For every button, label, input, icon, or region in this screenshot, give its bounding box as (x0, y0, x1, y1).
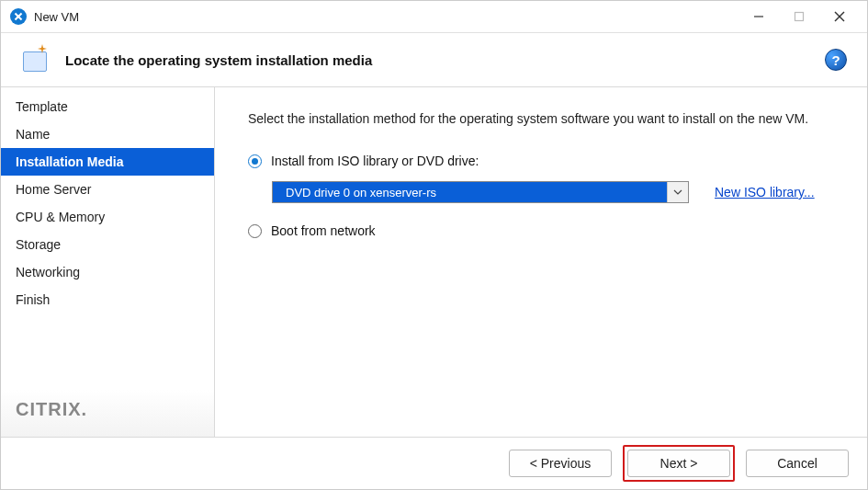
new-vm-wizard-window: New VM Locate the operating system insta… (0, 0, 868, 490)
sidebar-item-label: Networking (16, 265, 80, 279)
wizard-footer: < Previous Next > Cancel (1, 437, 867, 489)
svg-rect-1 (795, 13, 804, 21)
sidebar-item-networking[interactable]: Networking (1, 258, 214, 286)
sidebar-item-label: CPU & Memory (16, 210, 105, 224)
sidebar-item-storage[interactable]: Storage (1, 231, 214, 258)
iso-source-dropdown[interactable]: DVD drive 0 on xenserver-rs (272, 181, 689, 203)
sidebar-item-label: Home Server (16, 182, 91, 197)
cancel-button[interactable]: Cancel (746, 450, 849, 477)
close-button[interactable] (819, 4, 860, 29)
sidebar-item-label: Template (16, 99, 68, 114)
minimize-button[interactable] (738, 4, 779, 29)
sidebar-item-label: Finish (16, 292, 50, 307)
sidebar-item-label: Storage (16, 237, 61, 252)
wizard-steps-sidebar: Template Name Installation Media Home Se… (1, 87, 215, 437)
citrix-brand-logo: CITRIX. (1, 390, 214, 437)
installation-media-icon (21, 46, 49, 74)
wizard-body: Template Name Installation Media Home Se… (1, 87, 867, 437)
sidebar-item-installation-media[interactable]: Installation Media (1, 148, 214, 176)
option-install-from-iso[interactable]: Install from ISO library or DVD drive: (248, 154, 840, 168)
instruction-text: Select the installation method for the o… (248, 111, 840, 126)
sidebar-item-name[interactable]: Name (1, 120, 214, 148)
help-icon[interactable]: ? (825, 49, 847, 71)
page-title: Locate the operating system installation… (65, 52, 372, 68)
next-button[interactable]: Next > (627, 450, 730, 477)
sidebar-item-home-server[interactable]: Home Server (1, 176, 214, 203)
next-button-highlight: Next > (623, 445, 735, 482)
sidebar-item-cpu-memory[interactable]: CPU & Memory (1, 203, 214, 231)
option-boot-from-network[interactable]: Boot from network (248, 223, 840, 238)
chevron-down-icon (667, 182, 688, 202)
wizard-content: Select the installation method for the o… (215, 87, 867, 437)
radio-selected-icon (248, 154, 262, 168)
wizard-header: Locate the operating system installation… (1, 33, 867, 87)
dropdown-selected-value: DVD drive 0 on xenserver-rs (273, 182, 667, 202)
sidebar-item-template[interactable]: Template (1, 93, 214, 120)
sidebar-list: Template Name Installation Media Home Se… (1, 87, 214, 390)
previous-button[interactable]: < Previous (509, 450, 612, 477)
radio-unselected-icon (248, 224, 262, 238)
svg-marker-4 (38, 44, 47, 53)
app-icon (10, 8, 27, 25)
sidebar-item-label: Installation Media (16, 154, 123, 169)
sidebar-item-finish[interactable]: Finish (1, 286, 214, 313)
option-label: Install from ISO library or DVD drive: (271, 154, 479, 168)
new-iso-library-link[interactable]: New ISO library... (715, 185, 815, 199)
sidebar-item-label: Name (16, 127, 50, 142)
iso-source-row: DVD drive 0 on xenserver-rs New ISO libr… (272, 181, 840, 203)
titlebar: New VM (1, 1, 867, 33)
maximize-button[interactable] (779, 4, 819, 29)
window-title: New VM (34, 10, 79, 24)
option-label: Boot from network (271, 223, 376, 238)
